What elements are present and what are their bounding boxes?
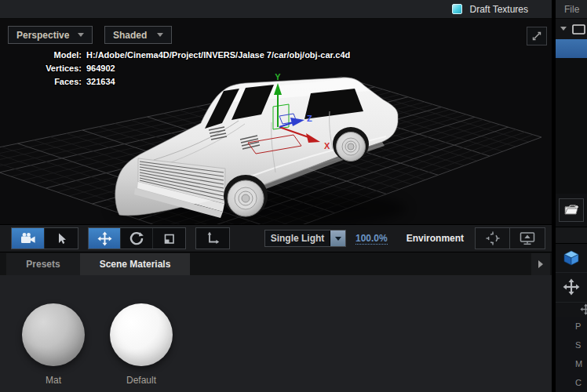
shading-dropdown[interactable]: Shaded <box>104 26 172 44</box>
folder-add-icon <box>563 204 579 216</box>
add-folder-button[interactable] <box>559 198 584 222</box>
faces-row: Faces: 321634 <box>0 75 350 89</box>
sidebar-cropped-label: P <box>556 317 587 336</box>
selected-scene-item[interactable] <box>556 39 587 58</box>
axes-icon <box>206 231 220 245</box>
chevron-down-icon <box>78 33 84 37</box>
folder-row <box>556 194 587 227</box>
material-item[interactable]: Mat <box>22 303 85 392</box>
move-tool-button[interactable] <box>89 228 121 249</box>
object-mode-button[interactable] <box>556 244 587 272</box>
sidebar-subsection-header[interactable] <box>556 302 587 318</box>
model-label: Model: <box>0 49 82 62</box>
select-tool-button[interactable] <box>45 228 78 249</box>
sidebar-section-divider <box>556 227 587 244</box>
material-name: Mat <box>46 375 61 386</box>
environment-buttons <box>475 227 545 249</box>
material-sphere-preview[interactable] <box>22 303 85 366</box>
viewport-controls: Perspective Shaded <box>8 26 172 44</box>
shading-label: Shaded <box>113 30 147 41</box>
car-model[interactable] <box>111 78 407 224</box>
light-intensity-value[interactable]: 100.0% <box>355 233 388 245</box>
material-sphere-preview[interactable] <box>110 303 173 366</box>
tab-scene-materials[interactable]: Scene Materials <box>80 253 190 275</box>
light-mode-dropdown[interactable]: Single Light <box>264 230 346 247</box>
materials-panel: Presets Scene Materials Mat Default <box>0 252 552 392</box>
scale-tool-button[interactable] <box>153 228 185 249</box>
axis-x-label: X <box>324 141 330 151</box>
environment-target-button[interactable] <box>475 227 510 249</box>
material-list: Mat Default <box>0 275 552 392</box>
draft-textures-toggle[interactable]: Draft Textures <box>452 4 528 15</box>
vertices-label: Vertices: <box>0 62 82 75</box>
material-item[interactable]: Default <box>110 303 173 392</box>
axes-tool-group <box>195 227 230 249</box>
world-axes-button[interactable] <box>196 228 229 249</box>
chevron-down-icon <box>335 237 341 241</box>
sidebar-move-button[interactable] <box>556 272 587 302</box>
material-name: Default <box>126 375 156 386</box>
faces-value: 321634 <box>86 75 115 89</box>
vertices-value: 964902 <box>86 62 115 75</box>
camera-tool-group <box>11 227 78 249</box>
expander-arrow-icon[interactable] <box>560 27 567 31</box>
top-bar-left: Draft Textures <box>0 0 552 19</box>
model-path-row: Model: H:/Adobe/Cinema4D/Project/INVERS/… <box>0 49 350 62</box>
scene-sidebar: P S M C <box>556 19 587 392</box>
file-panel-header: File <box>556 0 587 19</box>
element3d-window: Draft Textures File <box>0 0 587 392</box>
sidebar-cropped-label: S <box>556 336 587 354</box>
cube-icon <box>563 249 580 267</box>
camera-tool-button[interactable] <box>12 228 45 249</box>
move-icon <box>97 231 112 246</box>
sidebar-cropped-label: M <box>556 354 587 373</box>
dropdown-arrow-button[interactable] <box>330 230 345 246</box>
environment-preview-button[interactable] <box>510 227 545 249</box>
checkbox-checked-icon[interactable] <box>452 4 462 14</box>
sidebar-cropped-label: C <box>556 373 587 392</box>
camera-icon <box>20 232 36 245</box>
vertices-row: Vertices: 964902 <box>0 62 350 75</box>
scale-icon <box>162 232 176 245</box>
cursor-icon <box>55 232 67 245</box>
scene-tree-row[interactable] <box>556 19 587 39</box>
rotate-icon <box>129 231 144 245</box>
scene-tree-empty[interactable] <box>556 58 587 194</box>
panel-tab-bar: Presets Scene Materials <box>0 252 552 275</box>
move-icon <box>563 278 580 296</box>
perspective-label: Perspective <box>16 30 69 41</box>
transform-tool-group <box>88 227 186 249</box>
maximize-icon <box>531 31 542 42</box>
chevron-down-icon <box>157 33 163 37</box>
rotate-tool-button[interactable] <box>121 228 153 249</box>
light-mode-value: Single Light <box>265 233 330 244</box>
axis-z-label: Z <box>307 114 312 123</box>
model-path-value: H:/Adobe/Cinema4D/Project/INVERS/Jalase … <box>86 49 350 62</box>
move-icon <box>580 303 587 315</box>
tab-presets[interactable]: Presets <box>6 253 80 275</box>
viewport-toolbar: Single Light 100.0% Environment <box>0 224 552 252</box>
group-icon <box>572 24 586 34</box>
target-icon <box>486 231 500 245</box>
viewport: Y X Z <box>0 19 552 224</box>
top-bar: Draft Textures File <box>0 0 587 19</box>
chevron-right-icon <box>538 260 543 268</box>
left-column: Y X Z <box>0 19 552 392</box>
model-info: Model: H:/Adobe/Cinema4D/Project/INVERS/… <box>0 49 350 89</box>
perspective-dropdown[interactable]: Perspective <box>8 26 93 44</box>
environment-label: Environment <box>407 233 464 244</box>
maximize-viewport-button[interactable] <box>527 27 547 45</box>
main-area: Y X Z <box>0 19 587 392</box>
draft-textures-label: Draft Textures <box>470 4 528 15</box>
faces-label: Faces: <box>0 75 82 89</box>
screen-share-icon <box>520 231 535 245</box>
tab-scroll-right-button[interactable] <box>531 253 550 275</box>
